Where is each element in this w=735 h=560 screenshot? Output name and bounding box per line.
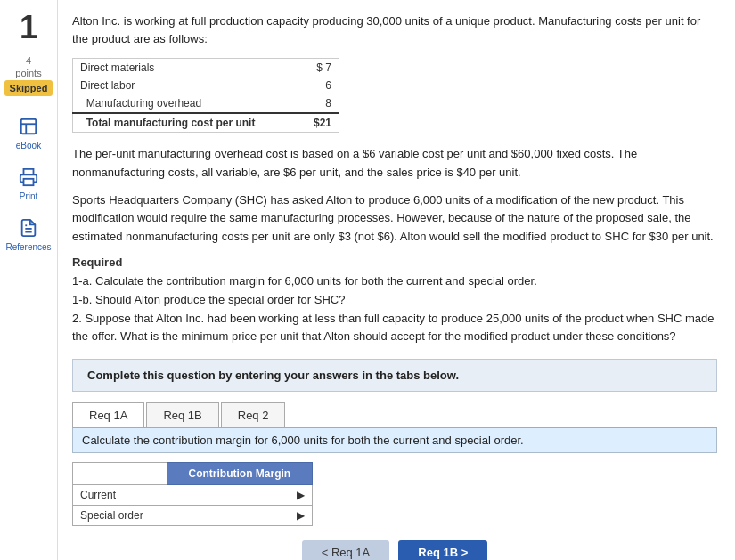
svg-rect-3 [24,179,34,185]
cost-label: Manufacturing overhead [73,94,300,113]
ebook-label: eBook [16,141,41,150]
contribution-margin-header: Contribution Margin [167,463,312,485]
cost-label: Direct materials [73,59,300,77]
nav-buttons: < Req 1A Req 1B > [72,540,717,560]
ebook-nav[interactable]: eBook [16,114,41,150]
points-value: 4 [26,55,31,66]
empty-header [73,463,167,485]
special-order-row: Special order ▶ [73,506,313,526]
cost-label: Direct labor [73,77,300,94]
main-content: Alton Inc. is working at full production… [58,0,735,560]
page-number: 1 [20,9,37,46]
references-icon [16,215,41,240]
tab-req1b[interactable]: Req 1B [146,402,218,427]
print-label: Print [20,191,38,201]
special-order-input-cell[interactable]: ▶ [167,506,312,526]
skipped-badge: Skipped [4,80,53,96]
required-heading: Required [72,256,717,269]
ebook-icon [16,114,41,139]
total-label: Total manufacturing cost per unit [73,113,300,133]
table-row: Direct labor 6 [73,77,339,94]
tab-instruction: Calculate the contribution margin for 6,… [72,428,717,453]
cost-amount: 8 [300,94,339,113]
cost-amount: $ 7 [300,59,339,77]
tabs-row: Req 1A Req 1B Req 2 [72,402,717,428]
total-row: Total manufacturing cost per unit $21 [73,113,339,133]
print-icon [16,165,41,190]
current-label: Current [73,485,167,506]
table-row: Direct materials $ 7 [73,59,339,77]
para1: The per-unit manufacturing overhead cost… [72,145,717,183]
current-cursor: ▶ [297,489,305,501]
required-item-2: 2. Suppose that Alton Inc. had been work… [72,310,717,347]
para2: Sports Headquarters Company (SHC) has as… [72,191,717,247]
references-label: References [5,242,51,252]
total-amount: $21 [300,113,339,133]
references-nav[interactable]: References [5,215,51,252]
table-row: Manufacturing overhead 8 [73,94,339,113]
complete-box: Complete this question by entering your … [72,359,717,392]
cost-table: Direct materials $ 7 Direct labor 6 Manu… [72,58,339,133]
required-item-1a: 1-a. Calculate the contribution margin f… [72,272,717,291]
print-nav[interactable]: Print [16,165,41,201]
special-order-cursor: ▶ [297,509,305,522]
current-input-cell[interactable]: ▶ [167,485,312,506]
cost-amount: 6 [300,77,339,94]
tab-req1a[interactable]: Req 1A [72,402,144,427]
prev-button[interactable]: < Req 1A [302,540,390,560]
next-button[interactable]: Req 1B > [398,540,487,560]
answer-table: Contribution Margin Current ▶ Special or… [72,462,313,526]
complete-text: Complete this question by entering your … [87,369,459,382]
required-item-1b: 1-b. Should Alton produce the special or… [72,291,717,310]
problem-intro: Alton Inc. is working at full production… [72,12,717,47]
current-row: Current ▶ [73,485,313,506]
points-label: points [15,68,41,78]
svg-rect-0 [21,119,37,134]
special-order-label: Special order [73,506,167,526]
tab-req2[interactable]: Req 2 [221,402,286,427]
required-list: 1-a. Calculate the contribution margin f… [72,272,717,346]
sidebar: 1 4 points Skipped eBook Print Reference… [0,0,58,560]
